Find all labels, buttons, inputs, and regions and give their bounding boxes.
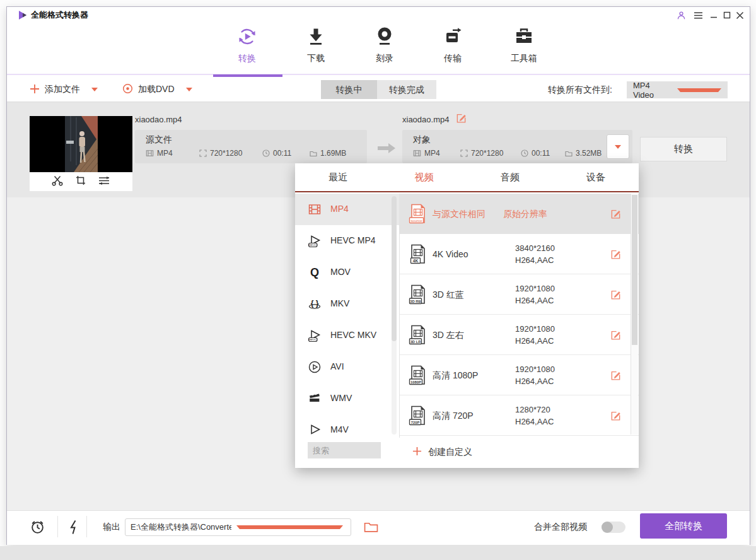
merge-all-label: 合并全部视频: [534, 511, 587, 542]
output-path-value: E:\全能格式转换器\Converted: [131, 522, 231, 533]
create-custom-button[interactable]: 创建自定义: [400, 436, 639, 468]
dvd-disc-icon: [122, 83, 133, 96]
edit-preset-icon[interactable]: [610, 411, 621, 424]
convert-all-button[interactable]: 全部转换: [640, 513, 727, 539]
menu-icon[interactable]: [692, 10, 704, 20]
account-icon[interactable]: [675, 10, 687, 20]
convert-row-button[interactable]: 转换: [640, 137, 727, 161]
edit-preset-icon[interactable]: [610, 249, 621, 262]
film-icon: [413, 149, 421, 157]
output-path-caret-icon: [236, 525, 344, 529]
edit-preset-icon[interactable]: [610, 370, 621, 383]
format-item-m4v[interactable]: M4V: [295, 414, 399, 438]
3d-lr-preset-icon: 3D LR: [407, 324, 429, 348]
tab-converting[interactable]: 转换中: [321, 80, 377, 99]
thumbnail-toolbar: [30, 172, 132, 191]
merge-toggle[interactable]: [602, 522, 625, 533]
format-item-hevc-mkv[interactable]: HEVC HEVC MKV: [295, 320, 399, 351]
divider: [86, 516, 87, 537]
source-info-panel: 源文件 MP4 720*1280 00:11 1.69MB: [135, 130, 367, 163]
popup-tab-audio[interactable]: 音频: [467, 163, 553, 191]
output-label: 输出: [103, 511, 120, 542]
tab-download[interactable]: 下载: [291, 26, 341, 67]
minimize-button[interactable]: [708, 10, 719, 20]
add-files-button[interactable]: 添加文件: [30, 77, 98, 102]
video-thumbnail-card: [30, 116, 132, 191]
bottombar: 输出 E:\全能格式转换器\Converted 合并全部视频 全部转换: [7, 510, 750, 545]
app-title: 全能格式转换器: [31, 9, 88, 21]
preset-3d-left-right[interactable]: 3D LR 3D 左右 1920*1080H264,AAC: [400, 315, 639, 355]
plus-icon: [412, 446, 422, 458]
quicktime-q-icon: Q: [308, 265, 322, 282]
preset-list: source 与源文件相同 原始分辨率 4K 4K Video 3840*216…: [400, 194, 639, 468]
tab-finished[interactable]: 转换完成: [377, 80, 436, 99]
tab-burn-label: 刻录: [359, 53, 410, 64]
mp4-film-icon: [308, 202, 322, 219]
crop-icon[interactable]: [76, 175, 86, 188]
divider: [57, 516, 58, 537]
search-input[interactable]: [308, 442, 381, 458]
sidebar-scrollbar-thumb[interactable]: [392, 196, 397, 341]
tab-convert[interactable]: 转换: [222, 26, 272, 67]
edit-preset-icon[interactable]: [610, 330, 621, 343]
output-format-select[interactable]: MP4 Video: [627, 81, 728, 98]
format-item-hevc-mp4[interactable]: HEVC HEVC MP4: [295, 225, 399, 257]
output-path-select[interactable]: E:\全能格式转换器\Converted: [125, 518, 351, 536]
load-dvd-button[interactable]: 加载DVD: [122, 77, 192, 102]
svg-text:{ }: { }: [311, 299, 319, 308]
target-format: MP4: [413, 149, 440, 158]
maximize-button[interactable]: [721, 10, 733, 20]
tab-toolbox-label: 工具箱: [499, 53, 549, 64]
edit-preset-icon[interactable]: [610, 289, 621, 303]
target-size: 3.52MB: [565, 149, 602, 158]
target-format-dropdown-button[interactable]: [607, 134, 629, 159]
preset-4k-video[interactable]: 4K 4K Video 3840*2160H264,AAC: [400, 234, 639, 274]
app-window: 全能格式转换器 转换: [6, 6, 750, 545]
source-size: 1.69MB: [310, 149, 346, 158]
edit-preset-icon[interactable]: [610, 209, 621, 222]
preset-hd-720p[interactable]: 720P 高清 720P 1280*720H264,AAC: [400, 395, 639, 436]
format-item-avi[interactable]: AVI: [295, 351, 399, 383]
toolbox-icon: [513, 38, 535, 49]
format-item-mkv[interactable]: { } MKV: [295, 288, 399, 320]
close-button[interactable]: [734, 10, 745, 20]
film-icon: [146, 149, 154, 157]
toolbar: 添加文件 加载DVD 转换中 转换完成 转换所有文件到: MP4 Video: [7, 77, 750, 102]
preset-scrollbar-thumb[interactable]: [632, 195, 637, 345]
popup-tab-device[interactable]: 设备: [553, 163, 639, 191]
tab-download-label: 下载: [291, 53, 341, 64]
popup-tab-recent[interactable]: 最近: [295, 163, 381, 191]
tab-burn[interactable]: 刻录: [359, 26, 410, 67]
preset-same-as-source[interactable]: source 与源文件相同 原始分辨率: [400, 194, 639, 234]
schedule-alarm-icon[interactable]: [30, 519, 45, 537]
tab-transfer[interactable]: 传输: [427, 26, 478, 67]
clock-icon: [262, 149, 270, 157]
open-folder-icon[interactable]: [364, 521, 378, 535]
preset-hd-1080p[interactable]: 1080P 高清 1080P 1920*1080H264,AAC: [400, 355, 639, 395]
source-panel-title: 源文件: [146, 134, 172, 146]
format-item-mov[interactable]: Q MOV: [295, 257, 399, 288]
target-resolution: 720*1280: [460, 149, 503, 158]
source-duration: 00:11: [262, 149, 291, 158]
download-icon: [305, 38, 327, 49]
output-format-value: MP4 Video: [633, 81, 671, 100]
tab-toolbox[interactable]: 工具箱: [499, 26, 549, 67]
popup-tab-video[interactable]: 视频: [381, 163, 467, 191]
svg-text:HEVC: HEVC: [309, 338, 317, 341]
format-item-mp4[interactable]: MP4: [295, 194, 399, 225]
effects-adjust-icon[interactable]: [98, 176, 110, 188]
video-thumbnail[interactable]: [30, 116, 132, 172]
nav-divider: [7, 74, 750, 75]
source-format: MP4: [146, 149, 173, 158]
app-logo-icon: [17, 9, 28, 23]
add-files-caret-icon[interactable]: [91, 88, 98, 91]
trim-scissors-icon[interactable]: [52, 175, 63, 189]
format-item-wmv[interactable]: WMV: [295, 383, 399, 414]
preset-3d-red-blue[interactable]: 3D RB 3D 红蓝 1920*1080H264,AAC: [400, 274, 639, 315]
svg-text:3D LR: 3D LR: [410, 340, 422, 344]
folder-icon: [565, 150, 573, 157]
high-speed-bolt-icon[interactable]: [67, 520, 80, 537]
clock-icon: [521, 149, 528, 157]
load-dvd-caret-icon[interactable]: [186, 88, 192, 91]
rename-edit-icon[interactable]: [456, 113, 467, 126]
